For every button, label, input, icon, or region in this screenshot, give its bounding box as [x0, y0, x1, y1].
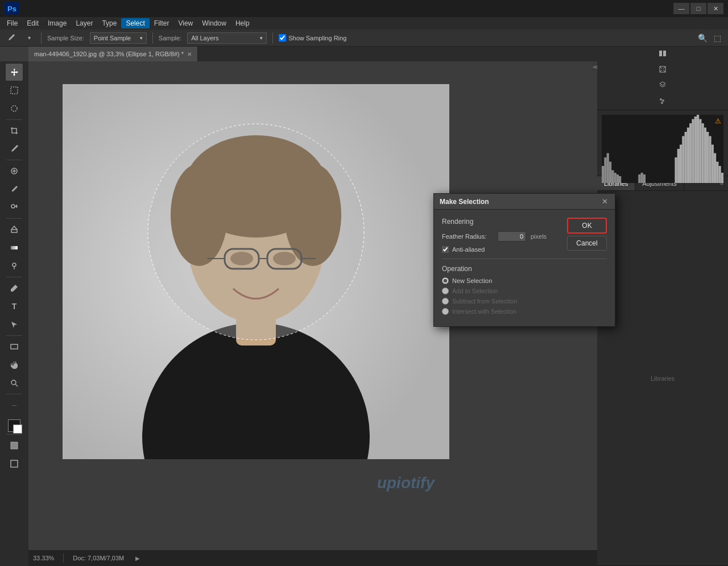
dialog-feather-unit: pixels [531, 233, 547, 240]
menu-help[interactable]: Help [231, 18, 254, 28]
dialog-cancel-button[interactable]: Cancel [567, 236, 607, 251]
svg-rect-9 [11, 442, 18, 449]
show-sampling-ring-label: Show Sampling Ring [288, 35, 346, 41]
show-sampling-ring-checkbox[interactable] [279, 34, 286, 41]
tool-zoom[interactable] [6, 374, 23, 392]
tool-mask-mode[interactable] [6, 437, 23, 454]
svg-rect-28 [663, 51, 666, 56]
svg-point-26 [148, 124, 364, 340]
dialog-radio-add: Add to Selection [442, 288, 607, 294]
sample-size-dropdown[interactable]: Point Sample [90, 32, 147, 44]
eyedropper-icon[interactable] [5, 32, 17, 44]
tool-rectangle[interactable] [6, 338, 23, 355]
dialog-radio-add-selection[interactable] [442, 288, 449, 294]
tool-move[interactable] [6, 64, 23, 81]
menu-window[interactable]: Window [197, 18, 231, 28]
right-ctrl-frames[interactable] [656, 47, 669, 60]
menu-layer[interactable]: Layer [71, 18, 97, 28]
canvas-inner [63, 84, 449, 459]
menu-edit[interactable]: Edit [22, 18, 43, 28]
dialog-close-btn[interactable]: ✕ [600, 197, 609, 206]
maximize-button[interactable]: □ [690, 3, 706, 14]
panel-menu-icon: ≪ [593, 64, 598, 70]
tool-type[interactable]: T [6, 298, 23, 315]
doc-info-arrow[interactable]: ▶ [135, 555, 140, 561]
svg-rect-35 [607, 153, 609, 184]
tool-path-select[interactable] [6, 316, 23, 333]
libraries-panel: Libraries Adjustments ≡ Libraries [597, 176, 728, 566]
eyedropper-small-icon[interactable]: ▾ [23, 32, 35, 44]
document-tab[interactable]: man-449406_1920.jpg @ 33,3% (Ellipse 1, … [28, 47, 198, 61]
dialog-feather-input[interactable] [498, 231, 526, 242]
svg-rect-58 [709, 136, 711, 184]
document-tab-close[interactable]: ✕ [187, 51, 192, 57]
panel-collapse-btn[interactable]: ≪ [593, 61, 597, 73]
minimize-button[interactable]: — [673, 3, 689, 14]
dialog-antialiased-checkbox[interactable] [442, 246, 449, 253]
foreground-color[interactable] [8, 419, 20, 432]
tool-gradient[interactable] [6, 239, 23, 256]
panels-icon[interactable]: ⬚ [711, 32, 723, 44]
svg-rect-38 [614, 173, 616, 183]
tool-eraser[interactable] [6, 221, 23, 238]
tool-marquee[interactable] [6, 82, 23, 99]
menu-select[interactable]: Select [121, 18, 149, 28]
sample-dropdown[interactable]: All Layers [187, 32, 267, 44]
tool-hand[interactable] [6, 356, 23, 373]
title-bar-left: Ps [5, 2, 19, 15]
svg-rect-51 [692, 119, 694, 184]
menu-type[interactable]: Type [97, 18, 121, 28]
svg-rect-55 [701, 123, 704, 183]
tool-clone[interactable] [6, 199, 23, 216]
dialog-feather-label: Feather Radius: [442, 233, 493, 240]
doc-tab-bar: man-449406_1920.jpg @ 33,3% (Ellipse 1, … [28, 47, 597, 61]
dialog-radio-subtract-selection[interactable] [442, 298, 449, 305]
options-sep-2 [152, 32, 153, 44]
tool-sep-3 [6, 218, 22, 219]
tool-lasso[interactable] [6, 100, 23, 117]
right-ctrl-3d[interactable] [656, 63, 669, 76]
tool-sep-5 [6, 335, 22, 336]
svg-rect-44 [675, 157, 677, 183]
title-bar: Ps — □ ✕ [0, 0, 728, 17]
tool-screen-mode[interactable] [6, 455, 23, 472]
tool-crop[interactable] [6, 122, 23, 139]
watermark: upiotify [377, 474, 435, 492]
dialog-titlebar: Make Selection ✕ [434, 194, 615, 210]
sample-label: Sample: [159, 35, 181, 41]
dialog-antialiased-label: Anti-aliased [452, 246, 485, 253]
dialog-ok-button[interactable]: OK [567, 218, 607, 234]
menu-filter[interactable]: Filter [150, 18, 174, 28]
right-ctrl-layers[interactable] [656, 79, 669, 91]
close-button[interactable]: ✕ [708, 3, 723, 14]
tool-heal[interactable] [6, 163, 23, 180]
options-sep-1 [41, 32, 42, 44]
dialog-radio-intersect: Intersect with Selection [442, 308, 607, 315]
menu-image[interactable]: Image [43, 18, 71, 28]
options-bar: ▾ Sample Size: Point Sample Sample: All … [0, 30, 728, 47]
right-ctrl-channels[interactable] [656, 95, 669, 107]
dialog-radio-new-selection[interactable] [442, 277, 449, 284]
photo-content [63, 84, 449, 459]
ps-logo: Ps [5, 2, 19, 15]
tool-eyedropper[interactable] [6, 140, 23, 157]
menu-view[interactable]: View [173, 18, 197, 28]
svg-rect-33 [602, 166, 604, 183]
tool-extra[interactable]: ··· [6, 397, 23, 414]
menu-file[interactable]: File [2, 18, 22, 28]
tool-sep-2 [6, 160, 22, 160]
dialog-radio-new-label: New Selection [452, 277, 492, 284]
tool-brush[interactable] [6, 181, 23, 198]
svg-rect-10 [11, 460, 18, 467]
dialog-radio-intersect-selection[interactable] [442, 308, 449, 315]
svg-rect-62 [718, 166, 721, 183]
svg-point-32 [661, 102, 663, 104]
photo-canvas [63, 84, 449, 459]
histogram-warning-icon[interactable]: ⚠ [715, 117, 721, 125]
tool-sep-1 [6, 119, 22, 120]
svg-point-8 [11, 380, 16, 385]
tool-pen[interactable] [6, 280, 23, 297]
tool-dodge[interactable] [6, 257, 23, 274]
search-icon[interactable]: 🔍 [696, 32, 709, 44]
options-sep-3 [272, 32, 273, 44]
